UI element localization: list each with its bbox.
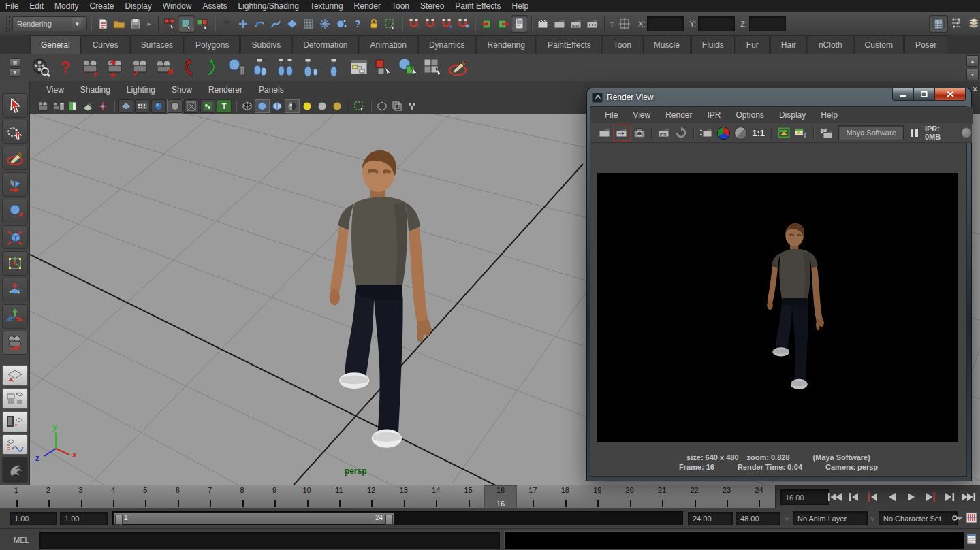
step-forward-frame-button[interactable] (940, 488, 959, 506)
current-time-field[interactable] (780, 489, 829, 505)
shelf-tab[interactable]: Rendering (477, 35, 536, 54)
timeline-frame[interactable]: 10 10 (291, 485, 323, 508)
safe-action-icon[interactable] (200, 99, 215, 113)
update-shading-region-button[interactable] (698, 125, 714, 140)
set-key-icon[interactable] (952, 513, 963, 523)
film-reel-magnifier-icon[interactable] (29, 56, 52, 79)
snap-curve-magnet-icon[interactable] (422, 16, 439, 32)
camera-dolly-icon[interactable] (103, 56, 126, 79)
question-mark-icon[interactable]: ? (54, 56, 77, 79)
render-view-menu-item[interactable]: View (625, 110, 658, 120)
select-object-icon[interactable] (178, 16, 195, 32)
menu-set-dropdown[interactable]: Rendering ▼ (12, 16, 87, 31)
sphere-trash-icon[interactable] (225, 56, 249, 79)
attribute-editor-button[interactable] (965, 16, 980, 32)
output-connections-icon[interactable] (495, 16, 511, 32)
new-scene-icon[interactable] (95, 16, 111, 32)
timeline-frame[interactable]: 22 22 (678, 485, 710, 508)
lock-icon[interactable] (366, 16, 382, 32)
sel-mask-misc-icon[interactable]: ? (349, 16, 366, 32)
chevron-down-icon[interactable]: ▼ (72, 18, 82, 29)
lasso-tool[interactable] (2, 120, 28, 144)
shelf-tab[interactable]: Custom (854, 35, 904, 54)
ipr-render-button[interactable]: IPR (656, 125, 671, 140)
shelf-tab[interactable]: Surfaces (130, 35, 184, 54)
select-boxes-icon[interactable] (422, 56, 445, 79)
render-region-snapshot-button[interactable] (631, 125, 647, 140)
sel-mask-curve-point-icon[interactable] (251, 16, 268, 32)
two-d-pan-zoom-icon[interactable] (96, 100, 110, 112)
play-forwards-button[interactable] (902, 488, 921, 506)
transform-fields-arrow-icon[interactable]: ▽ (610, 21, 614, 27)
redo-arrow-icon[interactable] (201, 56, 224, 79)
collapse-arrow-icon[interactable]: ► (146, 21, 152, 27)
step-back-frame-button[interactable] (844, 488, 864, 506)
open-scene-icon[interactable] (111, 16, 127, 32)
last-tool-used[interactable] (2, 331, 28, 355)
render-view-menu-item[interactable]: Display (772, 110, 813, 120)
xray-mode-icon[interactable] (375, 100, 389, 112)
menu-item[interactable]: Lighting/Shading (232, 1, 304, 12)
node-editor-icon[interactable] (348, 56, 371, 79)
safe-title-icon[interactable]: T (217, 99, 232, 113)
input-connections-icon[interactable] (479, 16, 495, 32)
shelf-tab[interactable]: Toon (603, 35, 642, 54)
status-line-grip[interactable] (5, 16, 10, 32)
use-all-lights-icon[interactable] (285, 100, 299, 112)
panel-menu-item[interactable]: Shading (72, 85, 118, 95)
go-to-start-button[interactable] (825, 488, 844, 506)
timeline-frame[interactable]: 1 1 (0, 485, 32, 508)
anim-layer-arrow-icon[interactable]: ▽ (785, 515, 789, 521)
shelf-tab[interactable]: Dynamics (418, 35, 476, 54)
timeline-frame[interactable]: 16 16 (484, 485, 516, 508)
shelf-tab[interactable]: Fur (736, 35, 770, 54)
shelf-tab[interactable]: Curves (82, 35, 129, 54)
shelf-tab[interactable]: Deformation (292, 35, 358, 54)
renderer-dropdown[interactable]: Maya Software (838, 125, 904, 140)
menu-item[interactable]: Create (84, 1, 119, 12)
viewport-camera-attrs-icon[interactable] (51, 100, 65, 112)
menu-item[interactable]: Assets (197, 1, 232, 12)
shelf-scroll-down-icon[interactable]: ▼ (966, 69, 979, 80)
cluster-single-icon[interactable] (299, 56, 322, 79)
timeline-frame[interactable]: 4 4 (97, 485, 129, 508)
shelf-tab[interactable]: Hair (770, 35, 807, 54)
menu-item[interactable]: Toon (386, 1, 415, 12)
rendered-image[interactable] (597, 173, 958, 442)
timeline-frame[interactable]: 8 8 (226, 485, 258, 508)
panel-menu-item[interactable]: Renderer (200, 85, 251, 95)
render-view-menu-item[interactable]: File (597, 110, 625, 120)
camera-orbit-icon[interactable] (78, 56, 101, 79)
command-language-toggle[interactable]: MEL (14, 536, 29, 544)
playback-start-field[interactable] (60, 512, 108, 525)
bookmark-icon[interactable] (66, 100, 80, 112)
xray-joints-icon[interactable] (390, 100, 404, 112)
pane-close-icon[interactable]: ✕ (972, 85, 978, 94)
default-light-icon[interactable] (300, 100, 314, 112)
timeline-frame[interactable]: 21 21 (646, 485, 678, 508)
snap-viewplane-magnet-icon[interactable] (455, 16, 471, 32)
close-button[interactable] (934, 88, 966, 101)
ipr-render-icon[interactable]: IPR (568, 16, 584, 32)
character-set-dropdown[interactable]: No Character Set (879, 511, 958, 525)
character-set-arrow-icon[interactable]: ▽ (870, 515, 874, 521)
step-forward-key-button[interactable] (921, 488, 940, 506)
timeline-frame[interactable]: 13 13 (388, 485, 420, 508)
redo-previous-render-button[interactable] (614, 125, 629, 140)
select-hierarchy-icon[interactable] (162, 16, 178, 32)
shelf-tab[interactable]: Animation (360, 35, 417, 54)
scale-tool[interactable] (2, 225, 28, 250)
highlight-selection-icon[interactable] (382, 16, 398, 32)
render-settings-icon[interactable] (584, 16, 601, 32)
paint-effects-brush-icon[interactable] (446, 56, 469, 79)
open-render-view-icon[interactable] (535, 16, 552, 32)
render-view-menu-item[interactable]: IPR (700, 110, 729, 120)
keep-image-button[interactable] (776, 125, 791, 140)
shelf-tab-toggle-button[interactable]: ▼ (10, 68, 20, 77)
range-slider-bar[interactable]: 1 24 (114, 513, 394, 524)
timeline-frame[interactable]: 17 17 (517, 485, 549, 508)
sel-mask-deformations-icon[interactable] (300, 16, 317, 32)
menu-item[interactable]: Edit (24, 1, 49, 12)
sel-mask-surfaces-icon[interactable] (284, 16, 300, 32)
snap-grid-magnet-icon[interactable] (406, 16, 422, 32)
